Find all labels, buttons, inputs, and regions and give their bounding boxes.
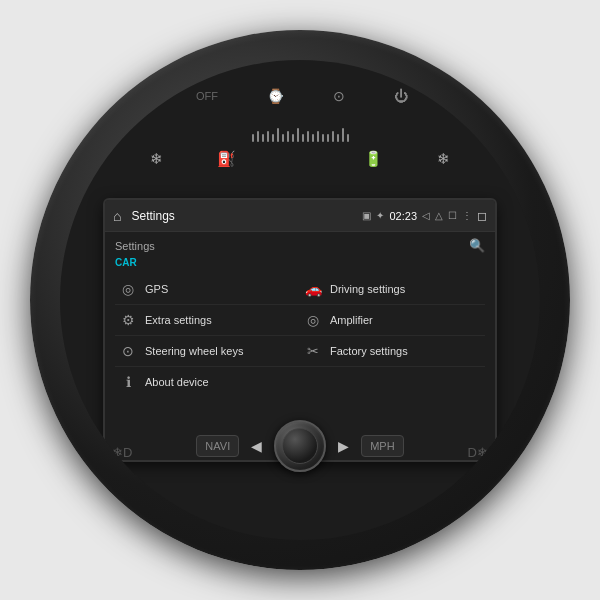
tick (292, 134, 294, 142)
setting-extra[interactable]: ⚙ Extra settings (115, 305, 300, 336)
tick (302, 134, 304, 142)
dash-icon-power: ⏻ (394, 88, 408, 104)
setting-about[interactable]: ℹ About device (115, 367, 300, 397)
navi-button[interactable]: NAVI (196, 435, 239, 457)
dash-icon-engine: ⚙ (457, 88, 470, 104)
back-icon[interactable]: ◻ (477, 209, 487, 223)
speedometer-ticks (190, 112, 410, 142)
dash-icon-timer: ⌚ (267, 88, 284, 104)
dash-icon-tpms: ⊙ (333, 88, 345, 104)
next-button[interactable]: ▶ (334, 434, 353, 458)
steering-icon: ⊙ (119, 343, 137, 359)
driving-label: Driving settings (330, 283, 405, 295)
side-left-icon: ❄D (112, 445, 132, 460)
about-label: About device (145, 376, 209, 388)
dash-icon-person: 🧍 (130, 88, 147, 104)
status-bar-title: Settings (131, 209, 356, 223)
factory-icon: ✂ (304, 343, 322, 359)
knob-inner (282, 428, 318, 464)
about-icon: ℹ (119, 374, 137, 390)
tick (257, 131, 259, 142)
tick (272, 134, 274, 142)
tick (337, 134, 339, 142)
driving-icon: 🚗 (304, 281, 322, 297)
volume-icon: ◁ (422, 210, 430, 221)
amplifier-label: Amplifier (330, 314, 373, 326)
setting-gps[interactable]: ◎ GPS (115, 274, 300, 305)
tick (317, 131, 319, 142)
screen-icon: ☐ (448, 210, 457, 221)
amplifier-icon: ◎ (304, 312, 322, 328)
side-right-icon: D❄ (468, 445, 488, 460)
device-outer: 🧍 OFF ⌚ ⊙ ⏻ ⚙ (30, 30, 570, 570)
tick (327, 134, 329, 142)
section-label-car: CAR (115, 257, 485, 268)
dash-icon-lights: ❄ (150, 150, 163, 168)
device-inner: 🧍 OFF ⌚ ⊙ ⏻ ⚙ (60, 60, 540, 540)
extra-label: Extra settings (145, 314, 212, 326)
extra-icon: ⚙ (119, 312, 137, 328)
dash-icon-headlight: ❄ (437, 150, 450, 168)
tick (282, 134, 284, 142)
tick (262, 134, 264, 142)
tick (307, 131, 309, 142)
gps-label: GPS (145, 283, 168, 295)
dash-icon-battery: 🔋 (364, 150, 383, 168)
monitor-icon: ▣ (362, 210, 371, 221)
setting-amplifier[interactable]: ◎ Amplifier (300, 305, 485, 336)
gps-icon: ◎ (119, 281, 137, 297)
eject-icon: △ (435, 210, 443, 221)
setting-factory[interactable]: ✂ Factory settings (300, 336, 485, 367)
status-time: 02:23 (389, 210, 417, 222)
tick (287, 131, 289, 142)
home-icon[interactable]: ⌂ (113, 208, 121, 224)
settings-grid: ◎ GPS 🚗 Driving settings ⚙ Extra setting… (115, 274, 485, 397)
content-title: Settings (115, 240, 155, 252)
content-header: Settings 🔍 (115, 238, 485, 253)
tick (267, 131, 269, 142)
tick (277, 128, 279, 142)
factory-label: Factory settings (330, 345, 408, 357)
tick (312, 134, 314, 142)
mph-button[interactable]: MPH (361, 435, 403, 457)
more-icon[interactable]: ⋮ (462, 210, 472, 221)
tick (322, 134, 324, 142)
prev-button[interactable]: ◀ (247, 434, 266, 458)
tick (342, 128, 344, 142)
setting-steering[interactable]: ⊙ Steering wheel keys (115, 336, 300, 367)
volume-knob[interactable] (274, 420, 326, 472)
tick (297, 128, 299, 142)
dash-top-icons: 🧍 OFF ⌚ ⊙ ⏻ ⚙ (130, 88, 470, 104)
status-bar: ⌂ Settings ▣ ✦ 02:23 ◁ △ ☐ ⋮ ◻ (105, 200, 495, 232)
search-button[interactable]: 🔍 (469, 238, 485, 253)
tick (347, 134, 349, 142)
bluetooth-icon: ✦ (376, 210, 384, 221)
setting-driving[interactable]: 🚗 Driving settings (300, 274, 485, 305)
dash-bottom-icons: ❄ ⛽ 🔋 ❄ (150, 150, 450, 168)
bottom-controls: NAVI ◀ ▶ MPH (170, 420, 430, 472)
dash-icon-off: OFF (196, 90, 218, 102)
tick (332, 131, 334, 142)
steering-label: Steering wheel keys (145, 345, 243, 357)
dash-icon-fuel: ⛽ (217, 150, 236, 168)
tick (252, 134, 254, 142)
status-icons: ▣ ✦ 02:23 ◁ △ ☐ ⋮ ◻ (362, 209, 487, 223)
